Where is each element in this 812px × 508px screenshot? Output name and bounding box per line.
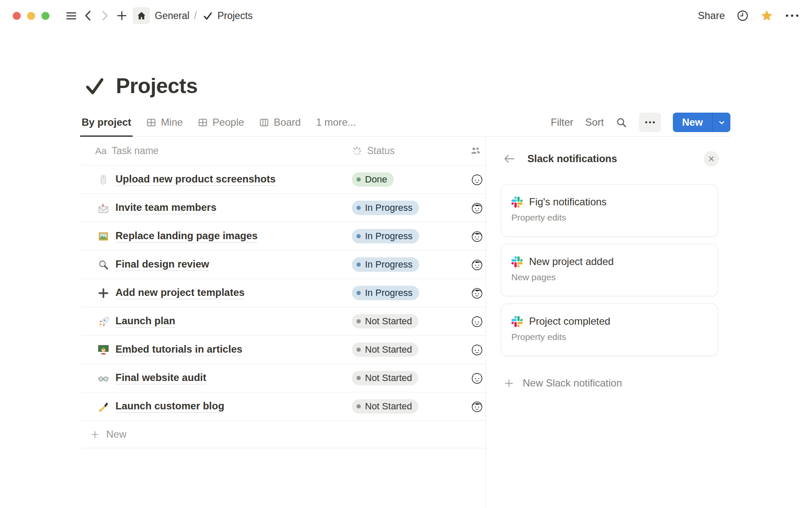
avatar[interactable] <box>470 315 484 328</box>
view-options-button[interactable] <box>639 113 661 132</box>
task-name-link[interactable]: Invite team members <box>115 202 217 214</box>
table-row[interactable]: Replace landing page images In Progress <box>82 222 486 251</box>
tab-mine[interactable]: Mine <box>146 108 183 136</box>
task-name-link[interactable]: Add new project templates <box>115 287 244 299</box>
table-row[interactable]: Upload new product screenshots Done <box>82 166 486 194</box>
table-row[interactable]: Final design review In Progress <box>82 251 486 279</box>
sort-button[interactable]: Sort <box>585 116 604 128</box>
favorite-button[interactable] <box>760 9 773 22</box>
new-row-button[interactable]: New <box>82 421 486 448</box>
notification-title: Fig's notifications <box>529 196 606 208</box>
new-slack-notification-button[interactable]: New Slack notification <box>504 377 622 389</box>
panel-close-button[interactable] <box>704 151 719 166</box>
panel-back-button[interactable] <box>503 153 516 165</box>
updates-button[interactable] <box>737 10 749 22</box>
status-badge[interactable]: Not Started <box>352 399 418 414</box>
tab-people[interactable]: People <box>198 108 244 136</box>
more-options-button[interactable] <box>785 13 799 18</box>
view-bar: By project Mine People Board 1 more... F… <box>82 108 730 137</box>
table-row[interactable]: Invite team members In Progress <box>82 194 486 222</box>
avatar[interactable] <box>470 286 484 300</box>
task-name-link[interactable]: Launch plan <box>115 315 175 328</box>
avatar[interactable] <box>470 371 484 385</box>
task-name-link[interactable]: Final website audit <box>115 372 206 384</box>
status-badge[interactable]: Not Started <box>352 342 418 357</box>
mouse-icon <box>98 174 109 185</box>
new-page-button[interactable] <box>113 7 130 24</box>
tab-board[interactable]: Board <box>259 108 301 136</box>
magnifier-icon <box>98 259 109 271</box>
nav-forward-button[interactable] <box>96 7 113 24</box>
window-toolbar: General / Projects Share <box>0 0 812 31</box>
status-label: Not Started <box>365 345 412 354</box>
toolbar-right: Share <box>698 9 799 22</box>
status-badge[interactable]: Not Started <box>352 314 418 329</box>
tab-more-views[interactable]: 1 more... <box>316 108 356 136</box>
column-header-status[interactable]: Status <box>348 145 465 157</box>
traffic-light-zoom[interactable] <box>41 12 49 20</box>
avatar[interactable] <box>470 400 484 413</box>
avatar[interactable] <box>470 173 484 186</box>
new-dropdown-button[interactable] <box>712 113 730 132</box>
notification-card[interactable]: Project completed Property edits <box>501 304 718 356</box>
column-label: Status <box>367 145 395 157</box>
sidebar-toggle-button[interactable] <box>63 7 80 24</box>
slack-logo-icon <box>511 256 523 268</box>
status-property-icon <box>352 146 362 156</box>
table-row[interactable]: Add new project templates In Progress <box>82 279 486 307</box>
notification-card[interactable]: New project added New pages <box>501 244 718 296</box>
breadcrumb-page[interactable]: Projects <box>217 10 252 22</box>
table-row[interactable]: Launch plan Not Started <box>82 307 486 336</box>
notification-card[interactable]: Fig's notifications Property edits <box>501 184 718 237</box>
column-header-task-name[interactable]: Aa Task name <box>82 145 348 157</box>
close-icon <box>708 155 715 163</box>
table-row[interactable]: Final website audit Not Started <box>82 364 486 392</box>
people-property-icon <box>470 146 481 156</box>
star-icon <box>760 9 773 22</box>
table-row[interactable]: Embed tutorials in articles Not Started <box>82 336 486 364</box>
status-badge[interactable]: Done <box>352 172 394 187</box>
new-button-group: New <box>673 113 730 132</box>
nav-back-button[interactable] <box>80 7 96 24</box>
framed-picture-icon <box>98 231 109 242</box>
task-name-link[interactable]: Replace landing page images <box>115 230 258 243</box>
avatar[interactable] <box>470 258 484 271</box>
new-button[interactable]: New <box>673 113 712 132</box>
panel-title: Slack notifications <box>527 153 617 165</box>
avatar[interactable] <box>470 229 484 243</box>
page-title-text[interactable]: Projects <box>116 74 198 98</box>
home-button[interactable] <box>133 7 150 24</box>
share-button[interactable]: Share <box>698 10 725 22</box>
column-header-person[interactable] <box>465 146 486 156</box>
status-badge[interactable]: In Progress <box>352 286 419 300</box>
notification-subtitle: New pages <box>511 272 708 282</box>
task-name-link[interactable]: Launch customer blog <box>115 400 224 413</box>
status-badge[interactable]: In Progress <box>352 201 419 215</box>
status-label: In Progress <box>365 232 413 241</box>
search-button[interactable] <box>616 117 627 128</box>
tab-by-project[interactable]: By project <box>82 108 131 136</box>
search-icon <box>616 117 627 128</box>
status-label: Not Started <box>365 373 412 383</box>
page-title: Projects <box>85 74 198 98</box>
status-badge[interactable]: In Progress <box>352 257 419 272</box>
avatar[interactable] <box>470 201 484 215</box>
task-name-link[interactable]: Final design review <box>115 258 209 271</box>
status-badge[interactable]: In Progress <box>352 229 419 243</box>
traffic-light-close[interactable] <box>13 12 21 20</box>
teacher-icon <box>98 344 109 356</box>
chevron-down-icon <box>718 119 725 126</box>
panel-header: Slack notifications <box>503 150 719 167</box>
filter-button[interactable]: Filter <box>551 116 573 128</box>
task-name-link[interactable]: Embed tutorials in articles <box>115 343 242 356</box>
tab-label: Board <box>274 116 301 128</box>
table-row[interactable]: Launch customer blog Not Started <box>82 392 486 421</box>
task-name-link[interactable]: Upload new product screenshots <box>115 173 276 186</box>
traffic-light-minimize[interactable] <box>27 12 35 20</box>
tab-label: 1 more... <box>316 116 356 128</box>
clock-icon <box>737 10 749 22</box>
avatar[interactable] <box>470 343 484 356</box>
breadcrumb-root[interactable]: General <box>155 10 189 22</box>
new-slack-notification-label: New Slack notification <box>523 377 622 389</box>
status-badge[interactable]: Not Started <box>352 371 418 385</box>
